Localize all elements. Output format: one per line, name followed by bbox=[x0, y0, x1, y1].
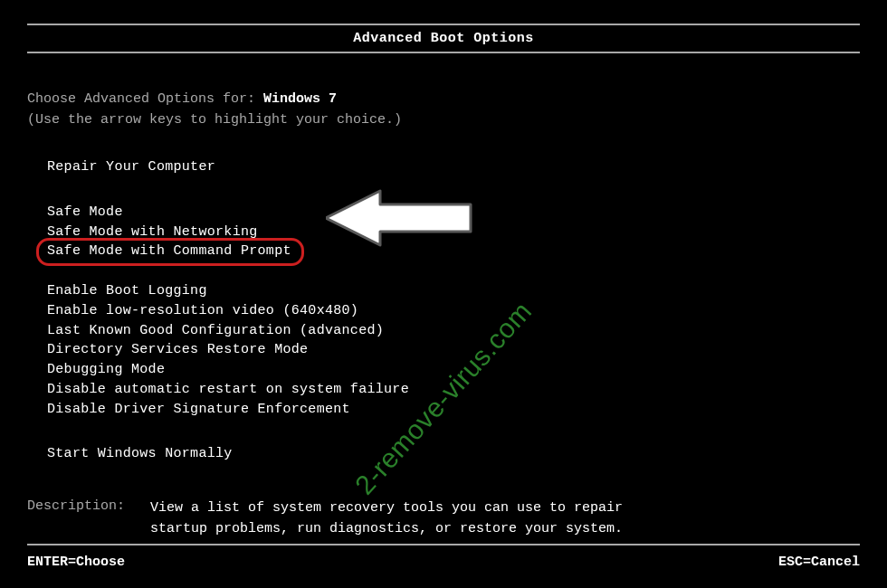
menu-debugging-mode[interactable]: Debugging Mode bbox=[47, 360, 165, 380]
description-text: View a list of system recovery tools you… bbox=[150, 498, 657, 539]
divider-footer bbox=[27, 544, 860, 545]
footer-row: ENTER=Choose ESC=Cancel bbox=[27, 551, 860, 570]
intro-hint: (Use the arrow keys to highlight your ch… bbox=[27, 112, 402, 128]
menu-safe-mode-command-prompt-wrap: Safe Mode with Command Prompt bbox=[47, 242, 291, 261]
menu-safe-mode-networking[interactable]: Safe Mode with Networking bbox=[47, 223, 258, 242]
description-label: Description: bbox=[27, 498, 125, 539]
boot-options-screen: Advanced Boot Options Choose Advanced Op… bbox=[0, 0, 887, 588]
menu-group-normal: Start Windows Normally bbox=[47, 444, 860, 464]
menu-enable-boot-logging[interactable]: Enable Boot Logging bbox=[47, 281, 207, 301]
footer-esc: ESC=Cancel bbox=[778, 555, 860, 570]
divider-top bbox=[27, 24, 860, 25]
menu-group-advanced: Enable Boot Logging Enable low-resolutio… bbox=[47, 281, 860, 419]
description-block: Description: View a list of system recov… bbox=[27, 498, 860, 539]
page-title: Advanced Boot Options bbox=[27, 31, 860, 46]
menu-disable-auto-restart[interactable]: Disable automatic restart on system fail… bbox=[47, 380, 409, 400]
menu-group-repair: Repair Your Computer bbox=[47, 157, 860, 177]
boot-menu[interactable]: Repair Your Computer Safe Mode Safe Mode… bbox=[47, 157, 860, 464]
menu-group-safemode: Safe Mode Safe Mode with Networking Safe… bbox=[47, 203, 860, 261]
intro-prefix: Choose Advanced Options for: bbox=[27, 91, 255, 107]
menu-start-normally[interactable]: Start Windows Normally bbox=[47, 444, 233, 464]
footer-enter: ENTER=Choose bbox=[27, 555, 125, 570]
menu-ds-restore-mode[interactable]: Directory Services Restore Mode bbox=[47, 340, 308, 360]
footer: ENTER=Choose ESC=Cancel bbox=[27, 538, 860, 570]
menu-disable-driver-sig[interactable]: Disable Driver Signature Enforcement bbox=[47, 400, 350, 420]
intro-block: Choose Advanced Options for: Windows 7 (… bbox=[27, 90, 860, 130]
divider-under-title bbox=[27, 52, 860, 53]
os-name: Windows 7 bbox=[263, 91, 337, 107]
menu-last-known-good[interactable]: Last Known Good Configuration (advanced) bbox=[47, 321, 384, 341]
menu-safe-mode[interactable]: Safe Mode bbox=[47, 203, 123, 223]
menu-safe-mode-command-prompt[interactable]: Safe Mode with Command Prompt bbox=[47, 242, 291, 261]
menu-repair-your-computer[interactable]: Repair Your Computer bbox=[47, 157, 215, 177]
menu-low-res-video[interactable]: Enable low-resolution video (640x480) bbox=[47, 301, 358, 321]
